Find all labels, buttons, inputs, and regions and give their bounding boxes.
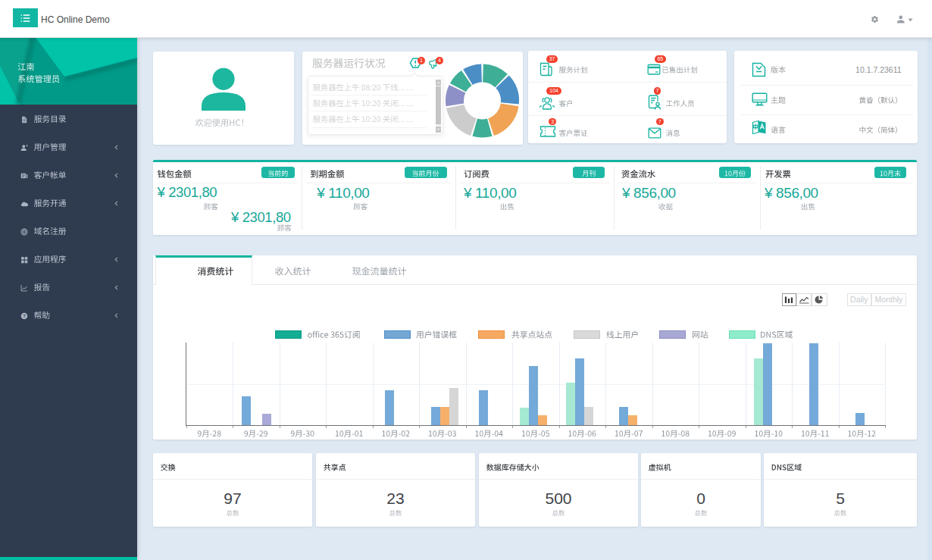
svg-text:?: ? [23, 314, 26, 318]
